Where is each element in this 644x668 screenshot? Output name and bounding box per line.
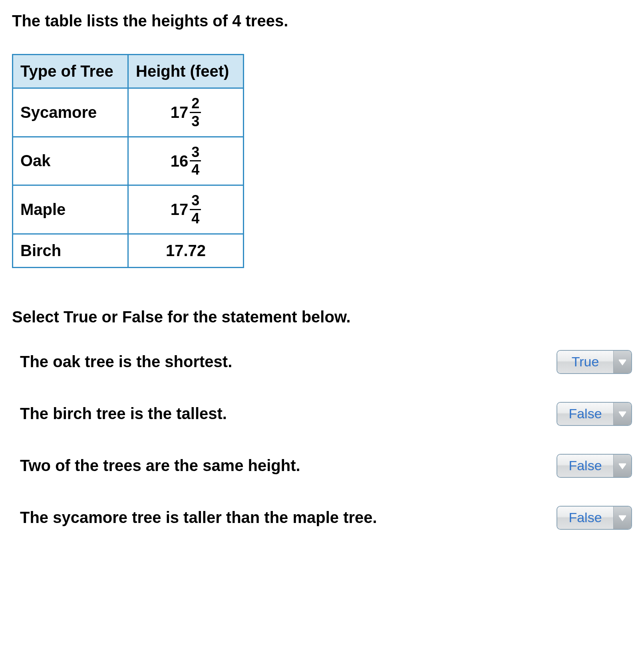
statement-row: Two of the trees are the same height. Fa… <box>20 454 632 478</box>
true-false-dropdown[interactable]: True <box>557 350 632 374</box>
cell-height: 17 2 3 <box>128 88 244 137</box>
statement-text: The sycamore tree is taller than the map… <box>20 509 377 527</box>
cell-tree: Maple <box>13 185 128 234</box>
statements: The oak tree is the shortest. True The b… <box>12 350 632 530</box>
chevron-down-icon <box>614 403 631 425</box>
dropdown-value: True <box>557 351 614 373</box>
statement-text: Two of the trees are the same height. <box>20 457 300 475</box>
fraction: 2 3 <box>190 96 201 129</box>
true-false-dropdown[interactable]: False <box>557 402 632 426</box>
cell-height: 17 3 4 <box>128 185 244 234</box>
dropdown-value: False <box>557 403 614 425</box>
cell-tree: Oak <box>13 137 128 185</box>
mixed-number: 16 3 4 <box>171 145 201 178</box>
svg-marker-1 <box>619 412 626 417</box>
statement-text: The birch tree is the tallest. <box>20 405 227 423</box>
statement-row: The oak tree is the shortest. True <box>20 350 632 374</box>
intro-text: The table lists the heights of 4 trees. <box>12 12 632 30</box>
col-header-tree: Type of Tree <box>13 55 128 88</box>
table-row: Maple 17 3 4 <box>13 185 244 234</box>
true-false-dropdown[interactable]: False <box>557 454 632 478</box>
cell-height: 16 3 4 <box>128 137 244 185</box>
svg-marker-3 <box>619 515 626 521</box>
table-header-row: Type of Tree Height (feet) <box>13 55 244 88</box>
question-page: The table lists the heights of 4 trees. … <box>0 0 644 546</box>
dropdown-value: False <box>557 507 614 529</box>
table-row: Oak 16 3 4 <box>13 137 244 185</box>
statement-row: The birch tree is the tallest. False <box>20 402 632 426</box>
svg-marker-0 <box>619 360 626 365</box>
cell-height: 17.72 <box>128 234 244 267</box>
mixed-number: 17 2 3 <box>171 96 201 129</box>
prompt-text: Select True or False for the statement b… <box>12 308 632 326</box>
col-header-height: Height (feet) <box>128 55 244 88</box>
true-false-dropdown[interactable]: False <box>557 506 632 530</box>
table-row: Sycamore 17 2 3 <box>13 88 244 137</box>
mixed-number: 17 3 4 <box>171 193 201 226</box>
statement-text: The oak tree is the shortest. <box>20 353 232 371</box>
fraction: 3 4 <box>190 145 201 178</box>
fraction: 3 4 <box>190 193 201 226</box>
table-row: Birch 17.72 <box>13 234 244 267</box>
statement-row: The sycamore tree is taller than the map… <box>20 506 632 530</box>
dropdown-value: False <box>557 455 614 477</box>
chevron-down-icon <box>614 507 631 529</box>
chevron-down-icon <box>614 455 631 477</box>
chevron-down-icon <box>614 351 631 373</box>
cell-tree: Birch <box>13 234 128 267</box>
heights-table: Type of Tree Height (feet) Sycamore 17 2… <box>12 54 244 268</box>
cell-tree: Sycamore <box>13 88 128 137</box>
svg-marker-2 <box>619 463 626 469</box>
